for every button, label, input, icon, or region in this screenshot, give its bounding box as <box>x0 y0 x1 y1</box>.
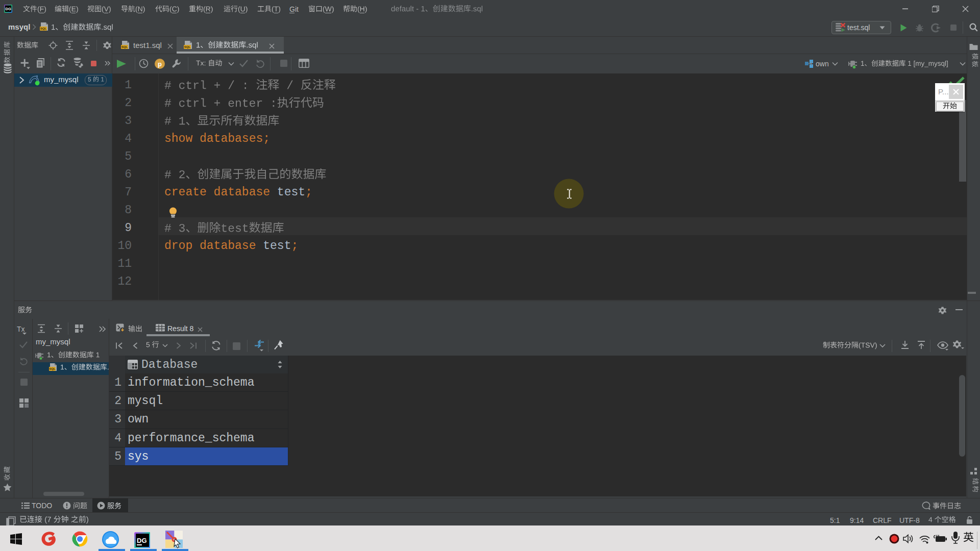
svg-text:DG: DG <box>137 537 147 544</box>
svg-text:SQL: SQL <box>40 27 47 30</box>
svg-text:p: p <box>158 60 162 68</box>
svg-text:SQL: SQL <box>184 45 191 48</box>
svg-text:SQL: SQL <box>49 367 56 370</box>
svg-text:SQL: SQL <box>121 45 128 48</box>
svg-text:DG: DG <box>6 7 11 11</box>
